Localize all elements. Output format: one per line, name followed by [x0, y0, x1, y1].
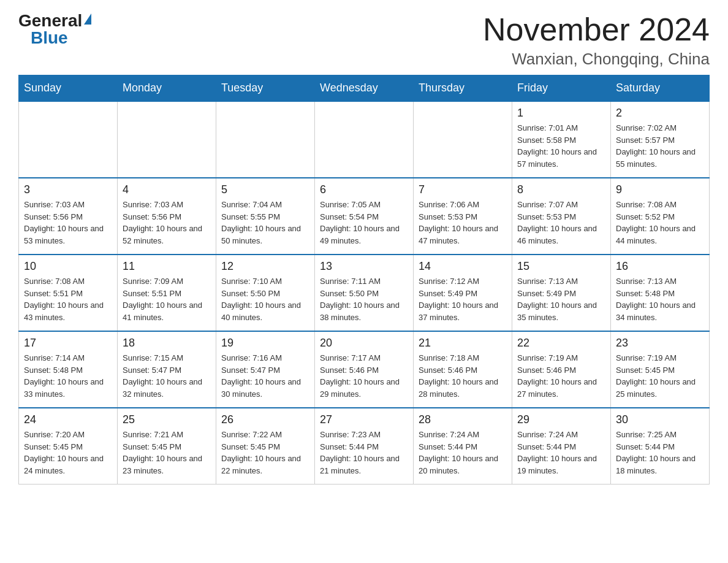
cell-day-number: 19 — [221, 337, 309, 350]
logo: General Blue — [18, 12, 91, 47]
calendar-cell: 20Sunrise: 7:17 AMSunset: 5:46 PMDayligh… — [315, 331, 414, 408]
cell-day-number: 25 — [123, 413, 211, 426]
calendar-cell: 15Sunrise: 7:13 AMSunset: 5:49 PMDayligh… — [512, 255, 611, 331]
cell-sun-info: Sunrise: 7:04 AMSunset: 5:55 PMDaylight:… — [221, 199, 309, 247]
cell-sun-info: Sunrise: 7:24 AMSunset: 5:44 PMDaylight:… — [419, 429, 507, 477]
calendar-cell: 5Sunrise: 7:04 AMSunset: 5:55 PMDaylight… — [216, 178, 315, 255]
calendar-week-row: 17Sunrise: 7:14 AMSunset: 5:48 PMDayligh… — [19, 331, 710, 408]
logo-triangle-icon — [84, 13, 91, 25]
weekday-header-thursday: Thursday — [414, 75, 512, 102]
cell-day-number: 5 — [221, 183, 309, 196]
cell-day-number: 23 — [616, 337, 704, 350]
cell-sun-info: Sunrise: 7:17 AMSunset: 5:46 PMDaylight:… — [320, 352, 408, 400]
calendar-cell: 16Sunrise: 7:13 AMSunset: 5:48 PMDayligh… — [611, 255, 710, 331]
cell-day-number: 16 — [616, 260, 704, 273]
cell-day-number: 20 — [320, 337, 408, 350]
calendar-cell: 8Sunrise: 7:07 AMSunset: 5:53 PMDaylight… — [512, 178, 611, 255]
cell-day-number: 6 — [320, 183, 408, 196]
calendar-cell: 14Sunrise: 7:12 AMSunset: 5:49 PMDayligh… — [414, 255, 512, 331]
cell-day-number: 9 — [616, 183, 704, 196]
cell-sun-info: Sunrise: 7:19 AMSunset: 5:45 PMDaylight:… — [616, 352, 704, 400]
weekday-header-sunday: Sunday — [19, 75, 118, 102]
cell-day-number: 4 — [123, 183, 211, 196]
cell-day-number: 13 — [320, 260, 408, 273]
cell-sun-info: Sunrise: 7:19 AMSunset: 5:46 PMDaylight:… — [517, 352, 605, 400]
calendar-cell: 13Sunrise: 7:11 AMSunset: 5:50 PMDayligh… — [315, 255, 414, 331]
calendar-cell: 11Sunrise: 7:09 AMSunset: 5:51 PMDayligh… — [118, 255, 216, 331]
cell-sun-info: Sunrise: 7:11 AMSunset: 5:50 PMDaylight:… — [320, 275, 408, 323]
cell-day-number: 1 — [517, 107, 605, 120]
cell-day-number: 14 — [419, 260, 507, 273]
cell-day-number: 8 — [517, 183, 605, 196]
cell-sun-info: Sunrise: 7:02 AMSunset: 5:57 PMDaylight:… — [616, 122, 704, 170]
title-block: November 2024 Wanxian, Chongqing, China — [483, 12, 710, 69]
calendar-cell: 7Sunrise: 7:06 AMSunset: 5:53 PMDaylight… — [414, 178, 512, 255]
cell-sun-info: Sunrise: 7:03 AMSunset: 5:56 PMDaylight:… — [123, 199, 211, 247]
cell-day-number: 18 — [123, 337, 211, 350]
cell-day-number: 26 — [221, 413, 309, 426]
calendar-cell: 3Sunrise: 7:03 AMSunset: 5:56 PMDaylight… — [19, 178, 118, 255]
cell-day-number: 11 — [123, 260, 211, 273]
cell-day-number: 30 — [616, 413, 704, 426]
calendar-cell: 29Sunrise: 7:24 AMSunset: 5:44 PMDayligh… — [512, 408, 611, 484]
page-header: General Blue November 2024 Wanxian, Chon… — [18, 12, 710, 69]
cell-sun-info: Sunrise: 7:18 AMSunset: 5:46 PMDaylight:… — [419, 352, 507, 400]
cell-sun-info: Sunrise: 7:22 AMSunset: 5:45 PMDaylight:… — [221, 429, 309, 477]
cell-sun-info: Sunrise: 7:23 AMSunset: 5:44 PMDaylight:… — [320, 429, 408, 477]
calendar-cell: 27Sunrise: 7:23 AMSunset: 5:44 PMDayligh… — [315, 408, 414, 484]
cell-day-number: 2 — [616, 107, 704, 120]
weekday-header-wednesday: Wednesday — [315, 75, 414, 102]
calendar-cell: 12Sunrise: 7:10 AMSunset: 5:50 PMDayligh… — [216, 255, 315, 331]
calendar-cell: 22Sunrise: 7:19 AMSunset: 5:46 PMDayligh… — [512, 331, 611, 408]
calendar-cell — [118, 101, 216, 178]
calendar-cell — [315, 101, 414, 178]
calendar-cell — [216, 101, 315, 178]
calendar-cell: 4Sunrise: 7:03 AMSunset: 5:56 PMDaylight… — [118, 178, 216, 255]
cell-day-number: 21 — [419, 337, 507, 350]
weekday-header-friday: Friday — [512, 75, 611, 102]
cell-sun-info: Sunrise: 7:08 AMSunset: 5:51 PMDaylight:… — [24, 275, 112, 323]
cell-sun-info: Sunrise: 7:20 AMSunset: 5:45 PMDaylight:… — [24, 429, 112, 477]
calendar-cell — [19, 101, 118, 178]
cell-sun-info: Sunrise: 7:14 AMSunset: 5:48 PMDaylight:… — [24, 352, 112, 400]
cell-sun-info: Sunrise: 7:06 AMSunset: 5:53 PMDaylight:… — [419, 199, 507, 247]
cell-sun-info: Sunrise: 7:16 AMSunset: 5:47 PMDaylight:… — [221, 352, 309, 400]
calendar-week-row: 10Sunrise: 7:08 AMSunset: 5:51 PMDayligh… — [19, 255, 710, 331]
calendar-week-row: 1Sunrise: 7:01 AMSunset: 5:58 PMDaylight… — [19, 101, 710, 178]
calendar-cell: 30Sunrise: 7:25 AMSunset: 5:44 PMDayligh… — [611, 408, 710, 484]
calendar-cell: 28Sunrise: 7:24 AMSunset: 5:44 PMDayligh… — [414, 408, 512, 484]
cell-sun-info: Sunrise: 7:12 AMSunset: 5:49 PMDaylight:… — [419, 275, 507, 323]
cell-sun-info: Sunrise: 7:01 AMSunset: 5:58 PMDaylight:… — [517, 122, 605, 170]
cell-day-number: 10 — [24, 260, 112, 273]
cell-day-number: 29 — [517, 413, 605, 426]
cell-sun-info: Sunrise: 7:09 AMSunset: 5:51 PMDaylight:… — [123, 275, 211, 323]
location-subtitle: Wanxian, Chongqing, China — [483, 50, 710, 69]
month-year-title: November 2024 — [483, 12, 710, 47]
weekday-header-saturday: Saturday — [611, 75, 710, 102]
logo-general-text: General — [18, 12, 82, 29]
calendar-table: SundayMondayTuesdayWednesdayThursdayFrid… — [18, 75, 710, 484]
weekday-header-monday: Monday — [118, 75, 216, 102]
calendar-cell: 18Sunrise: 7:15 AMSunset: 5:47 PMDayligh… — [118, 331, 216, 408]
calendar-cell: 9Sunrise: 7:08 AMSunset: 5:52 PMDaylight… — [611, 178, 710, 255]
cell-sun-info: Sunrise: 7:10 AMSunset: 5:50 PMDaylight:… — [221, 275, 309, 323]
calendar-cell: 26Sunrise: 7:22 AMSunset: 5:45 PMDayligh… — [216, 408, 315, 484]
calendar-week-row: 3Sunrise: 7:03 AMSunset: 5:56 PMDaylight… — [19, 178, 710, 255]
cell-day-number: 17 — [24, 337, 112, 350]
cell-day-number: 15 — [517, 260, 605, 273]
cell-sun-info: Sunrise: 7:05 AMSunset: 5:54 PMDaylight:… — [320, 199, 408, 247]
calendar-cell: 6Sunrise: 7:05 AMSunset: 5:54 PMDaylight… — [315, 178, 414, 255]
calendar-cell: 24Sunrise: 7:20 AMSunset: 5:45 PMDayligh… — [19, 408, 118, 484]
weekday-header-row: SundayMondayTuesdayWednesdayThursdayFrid… — [19, 75, 710, 102]
weekday-header-tuesday: Tuesday — [216, 75, 315, 102]
cell-sun-info: Sunrise: 7:25 AMSunset: 5:44 PMDaylight:… — [616, 429, 704, 477]
logo-blue-text: Blue — [31, 29, 68, 47]
cell-day-number: 3 — [24, 183, 112, 196]
cell-day-number: 28 — [419, 413, 507, 426]
cell-sun-info: Sunrise: 7:08 AMSunset: 5:52 PMDaylight:… — [616, 199, 704, 247]
cell-sun-info: Sunrise: 7:21 AMSunset: 5:45 PMDaylight:… — [123, 429, 211, 477]
cell-sun-info: Sunrise: 7:13 AMSunset: 5:49 PMDaylight:… — [517, 275, 605, 323]
calendar-cell: 10Sunrise: 7:08 AMSunset: 5:51 PMDayligh… — [19, 255, 118, 331]
cell-day-number: 12 — [221, 260, 309, 273]
cell-sun-info: Sunrise: 7:07 AMSunset: 5:53 PMDaylight:… — [517, 199, 605, 247]
